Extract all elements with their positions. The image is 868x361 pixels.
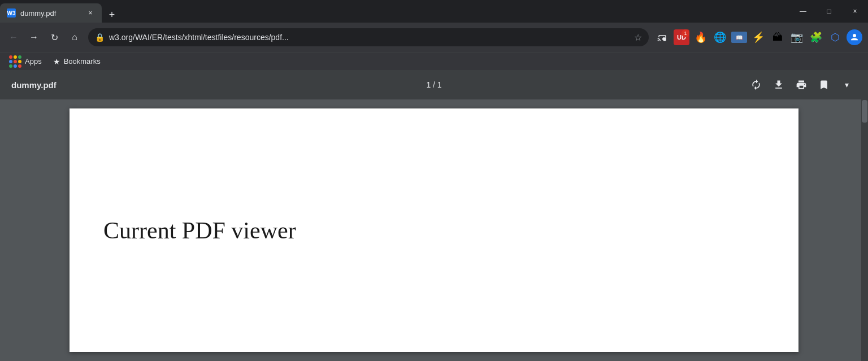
pdf-page-text: Current PDF viewer <box>103 217 296 244</box>
screen-mirror-button[interactable] <box>653 28 671 46</box>
tab-close-button[interactable]: × <box>86 8 95 18</box>
pdf-actions: ▾ <box>746 75 857 95</box>
mountain-icon: 🏔 <box>772 32 783 44</box>
print-button[interactable] <box>791 75 811 95</box>
feedly-extension-button[interactable]: ⚡ <box>749 28 767 46</box>
reader-extension-button[interactable]: 📖 <box>730 28 748 46</box>
flame-icon: 🔥 <box>695 31 707 44</box>
close-button[interactable]: × <box>842 0 868 23</box>
cast-icon: ⬡ <box>831 31 840 44</box>
bookmarks-star-icon: ★ <box>53 57 60 66</box>
download-button[interactable] <box>769 75 789 95</box>
translate-icon: 🌐 <box>714 31 726 44</box>
navbar: ← → ↻ ⌂ 🔒 w3.org/WAI/ER/tests/xhtml/test… <box>0 23 868 52</box>
mountain-extension-button[interactable]: 🏔 <box>769 28 787 46</box>
flame-extension-button[interactable]: 🔥 <box>692 28 710 46</box>
save-bookmark-icon <box>818 79 830 90</box>
pdf-toolbar: dummy.pdf 1 / 1 <box>0 70 868 99</box>
puzzle-icon: 🧩 <box>810 31 822 44</box>
translate-extension-button[interactable]: 🌐 <box>711 28 729 46</box>
address-bar[interactable]: 🔒 w3.org/WAI/ER/tests/xhtml/testfiles/re… <box>88 28 649 46</box>
home-button[interactable]: ⌂ <box>66 28 84 46</box>
bookmarks-bar: Apps ★ Bookmarks <box>0 52 868 70</box>
puzzle-extension-button[interactable]: 🧩 <box>807 28 825 46</box>
avatar <box>847 29 862 45</box>
tab-title: dummy.pdf <box>20 9 81 18</box>
tab-favicon: W3 <box>7 8 16 18</box>
bookmark-star-icon[interactable]: ☆ <box>634 32 642 43</box>
print-icon <box>796 79 807 90</box>
pdf-page: Current PDF viewer <box>70 108 798 352</box>
cast-extension-button[interactable]: ⬡ <box>826 28 844 46</box>
pdf-filename: dummy.pdf <box>11 80 57 90</box>
more-options-button[interactable]: ▾ <box>836 75 857 95</box>
forward-icon: → <box>29 32 38 42</box>
active-tab[interactable]: W3 dummy.pdf × <box>0 3 102 23</box>
tab-area: W3 dummy.pdf × + <box>0 0 120 23</box>
save-bookmark-button[interactable] <box>814 75 834 95</box>
chevron-down-icon: ▾ <box>845 80 849 89</box>
extension-badge: 1 <box>682 29 689 37</box>
address-text: w3.org/WAI/ER/tests/xhtml/testfiles/reso… <box>109 33 630 42</box>
home-icon: ⌂ <box>72 32 77 42</box>
back-icon: ← <box>9 32 18 42</box>
back-button[interactable]: ← <box>5 28 23 46</box>
pdf-toolbar-wrapper: dummy.pdf 1 / 1 <box>0 70 868 99</box>
bookmarks-label: Bookmarks <box>64 57 101 66</box>
window-controls: — □ × <box>790 0 868 23</box>
forward-button[interactable]: → <box>25 28 43 46</box>
scrollbar-thumb[interactable] <box>862 100 867 123</box>
titlebar: W3 dummy.pdf × + — □ × <box>0 0 868 23</box>
pdf-content: Current PDF viewer <box>0 99 868 361</box>
apps-button[interactable]: Apps <box>5 54 46 69</box>
reload-button[interactable]: ↻ <box>45 28 63 46</box>
profile-button[interactable] <box>845 28 863 46</box>
pdf-page-info: 1 / 1 <box>426 80 441 89</box>
apps-grid-icon <box>9 55 21 68</box>
apps-label: Apps <box>25 57 42 66</box>
screen-mirror-icon <box>657 32 667 42</box>
bookmarks-button[interactable]: ★ Bookmarks <box>49 56 105 67</box>
rotate-button[interactable] <box>746 75 766 95</box>
reload-icon: ↻ <box>51 32 58 43</box>
new-tab-button[interactable]: + <box>104 7 120 23</box>
camera-icon: 📷 <box>791 31 803 44</box>
scrollbar[interactable] <box>861 99 868 361</box>
toolbar-icons: UD 1 🔥 🌐 📖 ⚡ 🏔 📷 🧩 ⬡ <box>653 28 863 46</box>
ud-extension-button[interactable]: UD 1 <box>672 28 691 46</box>
security-lock-icon: 🔒 <box>95 33 105 42</box>
download-icon <box>773 79 784 90</box>
svg-point-0 <box>853 34 856 37</box>
reader-icon: 📖 <box>731 32 747 43</box>
feedly-icon: ⚡ <box>752 31 765 44</box>
rotate-icon <box>750 79 762 90</box>
camera-extension-button[interactable]: 📷 <box>788 28 806 46</box>
maximize-button[interactable]: □ <box>816 0 842 23</box>
minimize-button[interactable]: — <box>790 0 816 23</box>
